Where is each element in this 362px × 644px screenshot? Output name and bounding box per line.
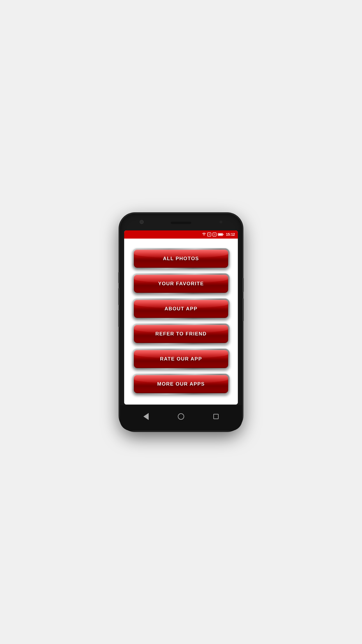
status-icons: ? ? 15:12 [202,232,235,237]
all-photos-button[interactable]: ALL PHOTOS [134,250,228,268]
svg-marker-0 [203,235,205,236]
recents-button[interactable] [211,411,221,422]
refer-to-friend-button[interactable]: REFER TO FRIEND [134,325,228,343]
svg-rect-6 [223,234,224,235]
refer-to-friend-wrapper: REFER TO FRIEND [132,323,230,344]
all-photos-wrapper: ALL PHOTOS [132,248,230,269]
battery-icon [218,233,224,236]
home-button[interactable] [176,411,186,422]
phone-screen: ? ? 15:12 ALL PHOTOS [124,230,238,405]
front-camera [140,220,144,224]
app-content: ALL PHOTOS YOUR FAVORITE ABOUT APP REFER… [124,239,238,405]
about-app-wrapper: ABOUT APP [132,298,230,319]
status-time: 15:12 [226,232,235,237]
svg-text:?: ? [214,233,215,236]
svg-rect-7 [219,234,222,235]
rate-our-app-button[interactable]: RATE OUR APP [134,350,228,368]
rate-our-app-wrapper: RATE OUR APP [132,349,230,370]
phone-frame: ? ? 15:12 ALL PHOTOS [120,214,242,431]
your-favorite-button[interactable]: YOUR FAVORITE [134,275,228,293]
volume-down-button [118,288,120,305]
back-button[interactable] [141,411,151,422]
home-icon [178,413,184,420]
status-bar: ? ? 15:12 [124,230,238,239]
volume-up-button [118,272,120,284]
status-icon-1: ? [207,232,211,237]
about-app-button[interactable]: ABOUT APP [134,300,228,318]
bottom-nav-bar [120,405,242,431]
right-side-button [242,298,244,321]
your-favorite-wrapper: YOUR FAVORITE [132,273,230,294]
power-button [242,278,244,292]
left-side-button-3 [118,310,120,327]
more-our-apps-wrapper: MORE OUR APPS [132,374,230,395]
speaker [171,222,191,224]
status-icon-2: ? [212,232,217,237]
wifi-icon [202,233,206,236]
more-our-apps-button[interactable]: MORE OUR APPS [134,375,228,393]
back-icon [143,413,149,420]
svg-text:?: ? [209,233,210,236]
front-sensor [219,220,222,223]
recents-icon [213,414,219,419]
